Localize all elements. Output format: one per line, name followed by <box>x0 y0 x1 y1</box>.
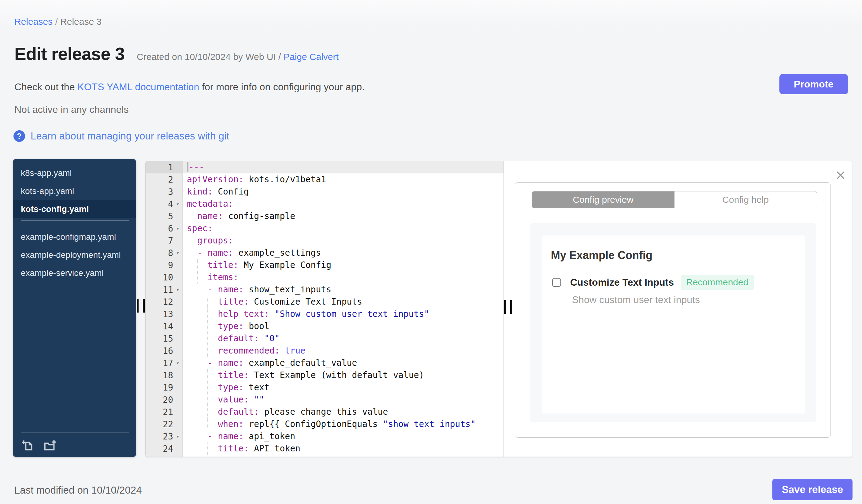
line-number: 6 <box>168 224 173 234</box>
fold-arrow-icon[interactable]: ▾ <box>173 250 182 256</box>
code-line-7[interactable]: 7 groups: <box>146 235 504 247</box>
code-token: when: <box>187 419 244 429</box>
config-group-title: My Example Config <box>551 249 652 262</box>
code-token: title: <box>187 260 239 270</box>
code-line-1[interactable]: 1--- <box>146 161 504 173</box>
code-token: Text Example (with default value) <box>249 370 424 380</box>
code-line-23[interactable]: 23▾ - name: api_token <box>146 430 504 442</box>
line-number: 23 <box>163 432 173 442</box>
code-line-15[interactable]: 15 default: "0" <box>146 332 504 345</box>
code-line-22[interactable]: 22 when: repl{{ ConfigOptionEquals "show… <box>146 418 504 430</box>
code-text: default: "0" <box>183 332 504 345</box>
preview-card: Config preview Config help My Example Co… <box>515 182 831 438</box>
tab-config-preview[interactable]: Config preview <box>532 191 675 208</box>
gutter-cell: 12 <box>146 296 183 308</box>
code-text: default: please change this value <box>183 406 504 418</box>
promote-button[interactable]: Promote <box>780 74 848 94</box>
code-line-25[interactable]: 25 type: password <box>146 455 504 456</box>
code-token: value: <box>187 395 249 404</box>
code-token <box>249 395 254 404</box>
code-token <box>259 333 264 343</box>
indent-guide <box>207 442 208 455</box>
code-line-21[interactable]: 21 default: please change this value <box>146 406 504 418</box>
last-modified-text: Last modified on 10/10/2024 <box>14 485 142 496</box>
file-item-k8s-app.yaml[interactable]: k8s-app.yaml <box>13 164 136 182</box>
gutter-cell: 16 <box>146 345 183 357</box>
code-line-20[interactable]: 20 value: "" <box>146 394 504 406</box>
code-token: API token <box>249 443 300 453</box>
code-line-24[interactable]: 24 title: API token <box>146 442 504 455</box>
code-line-13[interactable]: 13 help_text: "Show custom user text inp… <box>146 308 504 320</box>
close-preview-button[interactable] <box>834 169 847 182</box>
line-number: 2 <box>168 175 173 185</box>
doc-line-prefix: Check out the <box>14 81 77 92</box>
code-line-4[interactable]: 4▾metadata: <box>146 198 504 210</box>
code-line-10[interactable]: 10 items: <box>146 271 504 283</box>
code-token: type: <box>187 321 244 331</box>
line-number: 16 <box>163 346 173 356</box>
author-link[interactable]: Paige Calvert <box>284 52 339 62</box>
file-item-kots-config.yaml[interactable]: kots-config.yaml <box>13 200 136 218</box>
code-text: type: password <box>183 455 504 456</box>
editor-resize-handle[interactable] <box>504 300 512 314</box>
code-text: - name: api_token <box>183 430 504 442</box>
code-token: true <box>285 346 305 356</box>
code-token: example_settings <box>233 248 321 258</box>
code-line-8[interactable]: 8▾ - name: example_settings <box>146 247 504 259</box>
file-item-example-deployment.yaml[interactable]: example-deployment.yaml <box>13 246 136 264</box>
code-line-5[interactable]: 5 name: config-sample <box>146 210 504 222</box>
code-line-12[interactable]: 12 title: Customize Text Inputs <box>146 296 504 308</box>
line-number: 14 <box>163 321 173 332</box>
tab-config-help[interactable]: Config help <box>675 191 817 208</box>
recommended-badge: Recommended <box>681 275 754 290</box>
created-line: Created on 10/10/2024 by Web UI / Paige … <box>137 52 339 62</box>
indent-guide <box>207 418 208 430</box>
fold-arrow-icon[interactable]: ▾ <box>173 360 182 366</box>
code-token: - name: <box>187 248 233 258</box>
add-folder-icon[interactable] <box>43 439 57 453</box>
code-line-17[interactable]: 17▾ - name: example_default_value <box>146 357 504 369</box>
code-token: "Show custom user text inputs" <box>275 309 430 319</box>
breadcrumb-releases-link[interactable]: Releases <box>14 16 53 27</box>
line-number: 7 <box>168 236 173 246</box>
file-item-kots-app.yaml[interactable]: kots-app.yaml <box>13 182 136 200</box>
customize-text-inputs-checkbox[interactable] <box>552 278 561 287</box>
fold-arrow-icon[interactable]: ▾ <box>173 287 182 293</box>
code-line-2[interactable]: 2apiVersion: kots.io/v1beta1 <box>146 173 504 186</box>
git-help-link[interactable]: ? Learn about managing your releases wit… <box>13 130 229 142</box>
fold-arrow-icon[interactable]: ▾ <box>173 433 182 439</box>
code-text: title: My Example Config <box>183 259 504 271</box>
code-line-11[interactable]: 11▾ - name: show_text_inputs <box>146 283 504 296</box>
code-token <box>279 346 285 356</box>
gutter-cell: 5 <box>146 210 183 222</box>
fold-arrow-icon[interactable]: ▾ <box>173 225 182 231</box>
code-line-18[interactable]: 18 title: Text Example (with default val… <box>146 369 504 381</box>
kots-yaml-doc-link[interactable]: KOTS YAML documentation <box>77 81 199 92</box>
code-token: text <box>244 382 269 393</box>
fold-arrow-icon[interactable]: ▾ <box>173 201 182 207</box>
yaml-code-editor[interactable]: 1---2apiVersion: kots.io/v1beta13kind: C… <box>146 161 504 456</box>
code-token: kots.io/v1beta1 <box>244 174 326 184</box>
code-token: groups: <box>187 236 233 246</box>
gutter-cell: 3 <box>146 186 183 198</box>
code-line-6[interactable]: 6▾spec: <box>146 222 504 235</box>
code-token: please change this value <box>259 407 388 417</box>
gutter-cell: 24 <box>146 442 183 455</box>
file-item-example-service.yaml[interactable]: example-service.yaml <box>13 264 136 282</box>
breadcrumb-separator: / <box>53 16 60 27</box>
code-line-14[interactable]: 14 type: bool <box>146 320 504 332</box>
sidebar-resize-handle[interactable] <box>137 299 145 313</box>
gutter-cell: 8▾ <box>146 247 183 259</box>
line-number: 10 <box>163 273 173 282</box>
code-line-3[interactable]: 3kind: Config <box>146 186 504 198</box>
code-line-19[interactable]: 19 type: text <box>146 381 504 394</box>
file-item-example-configmap.yaml[interactable]: example-configmap.yaml <box>13 228 136 246</box>
save-release-button[interactable]: Save release <box>772 479 852 500</box>
code-text: type: text <box>183 381 504 394</box>
add-file-icon[interactable] <box>21 439 35 453</box>
gutter-cell: 10 <box>146 271 183 283</box>
code-line-9[interactable]: 9 title: My Example Config <box>146 259 504 271</box>
indent-guide <box>207 308 208 320</box>
code-line-16[interactable]: 16 recommended: true <box>146 345 504 357</box>
code-token: example_default_value <box>244 358 357 368</box>
